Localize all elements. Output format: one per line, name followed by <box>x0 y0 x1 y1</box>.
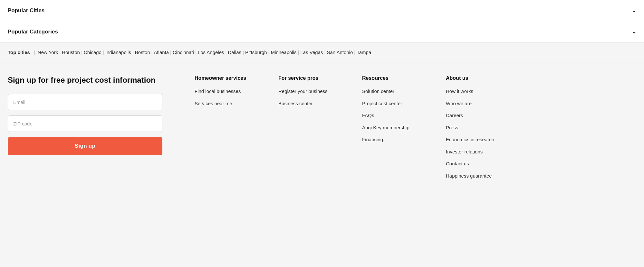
popular-categories-chevron-icon: ⌄ <box>632 28 636 35</box>
city-separator: | <box>103 50 104 55</box>
city-separator: | <box>195 50 197 55</box>
city-link[interactable]: Atlanta <box>154 50 169 55</box>
signup-section: Sign up for free project cost informatio… <box>8 75 162 179</box>
footer-link[interactable]: Solution center <box>362 88 420 95</box>
city-link[interactable]: Boston <box>135 50 150 55</box>
popular-cities-accordion: Popular Cities ⌄ <box>0 0 644 21</box>
footer-link[interactable]: Careers <box>446 112 504 119</box>
zip-input[interactable] <box>8 115 162 132</box>
city-link[interactable]: Houston <box>62 50 80 55</box>
footer-link[interactable]: Project cost center <box>362 100 420 107</box>
top-cities-sep-0: | <box>34 50 35 55</box>
popular-categories-label: Popular Categories <box>8 29 58 35</box>
footer-col-about-us: About usHow it worksWho we areCareersPre… <box>446 75 504 179</box>
city-separator: | <box>59 50 61 55</box>
footer-col-title-homeowner-services: Homeowner services <box>195 75 253 81</box>
footer-link[interactable]: Services near me <box>195 100 253 107</box>
footer-col-resources: ResourcesSolution centerProject cost cen… <box>362 75 420 179</box>
signup-button[interactable]: Sign up <box>8 137 162 155</box>
footer-link[interactable]: Press <box>446 124 504 131</box>
top-cities-bar: Top cities | New York | Houston | Chicag… <box>0 42 644 62</box>
signup-title: Sign up for free project cost informatio… <box>8 75 162 85</box>
city-separator: | <box>81 50 82 55</box>
footer-link[interactable]: Contact us <box>446 161 504 167</box>
footer-col-title-about-us: About us <box>446 75 504 81</box>
city-separator: | <box>298 50 299 55</box>
footer-links: Homeowner servicesFind local businessesS… <box>175 75 636 179</box>
city-link[interactable]: Minneapolis <box>271 50 296 55</box>
popular-categories-toggle[interactable]: Popular Categories ⌄ <box>8 21 636 42</box>
city-link[interactable]: Tampa <box>357 50 371 55</box>
city-separator: | <box>268 50 270 55</box>
email-input[interactable] <box>8 94 162 110</box>
popular-cities-chevron-icon: ⌄ <box>632 7 636 14</box>
footer-link[interactable]: How it works <box>446 88 504 95</box>
footer-link[interactable]: Business center <box>278 100 336 107</box>
city-link[interactable]: Pittsburgh <box>245 50 267 55</box>
footer-link[interactable]: Angi Key membership <box>362 124 420 131</box>
cities-list: New York | Houston | Chicago | Indianapo… <box>38 50 371 55</box>
city-separator: | <box>151 50 153 55</box>
city-link[interactable]: Dallas <box>228 50 241 55</box>
popular-categories-accordion: Popular Categories ⌄ <box>0 21 644 42</box>
footer-link[interactable]: Financing <box>362 136 420 143</box>
footer-link[interactable]: Who we are <box>446 100 504 107</box>
footer-col-for-service-pros: For service prosRegister your businessBu… <box>278 75 336 179</box>
city-separator: | <box>226 50 227 55</box>
city-link[interactable]: Chicago <box>84 50 101 55</box>
footer-link[interactable]: Economics & research <box>446 136 504 143</box>
city-link[interactable]: Cincinnati <box>173 50 194 55</box>
city-separator: | <box>354 50 355 55</box>
footer-col-title-resources: Resources <box>362 75 420 81</box>
popular-cities-label: Popular Cities <box>8 7 44 14</box>
footer-col-homeowner-services: Homeowner servicesFind local businessesS… <box>195 75 253 179</box>
footer-col-title-for-service-pros: For service pros <box>278 75 336 81</box>
city-link[interactable]: Indianapolis <box>105 50 131 55</box>
footer-link[interactable]: Investor relations <box>446 149 504 155</box>
city-separator: | <box>324 50 326 55</box>
city-link[interactable]: Las Vegas <box>300 50 323 55</box>
city-separator: | <box>170 50 171 55</box>
popular-cities-toggle[interactable]: Popular Cities ⌄ <box>8 0 636 21</box>
footer-main: Sign up for free project cost informatio… <box>0 62 644 198</box>
footer-link[interactable]: Register your business <box>278 88 336 95</box>
city-separator: | <box>243 50 244 55</box>
top-cities-label: Top cities <box>8 50 30 55</box>
city-separator: | <box>132 50 134 55</box>
city-link[interactable]: San Antonio <box>327 50 353 55</box>
footer-link[interactable]: Happiness guarantee <box>446 173 504 179</box>
city-link[interactable]: New York <box>38 50 58 55</box>
city-link[interactable]: Los Angeles <box>198 50 224 55</box>
footer-link[interactable]: FAQs <box>362 112 420 119</box>
footer-link[interactable]: Find local businesses <box>195 88 253 95</box>
